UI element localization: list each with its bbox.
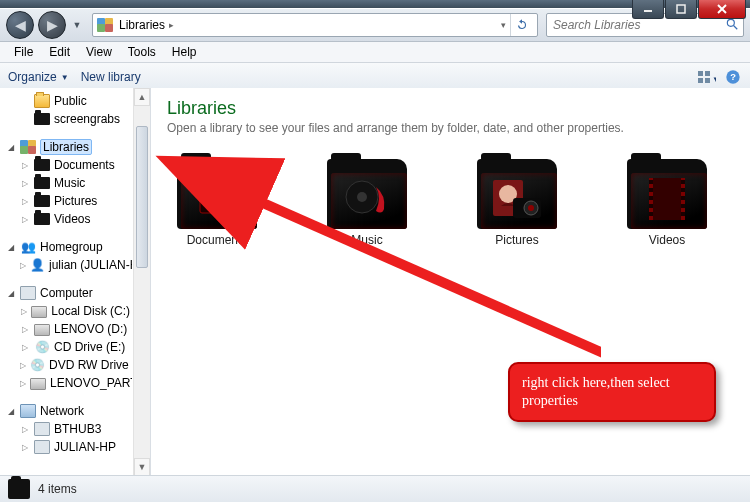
tree-drive-e[interactable]: 💿CD Drive (E:) <box>18 338 132 356</box>
maximize-button[interactable] <box>665 0 697 19</box>
documents-library-icon <box>177 159 257 229</box>
search-input[interactable] <box>551 17 725 33</box>
computer-icon <box>20 285 36 301</box>
svg-rect-24 <box>653 178 681 220</box>
refresh-button[interactable] <box>510 14 533 36</box>
library-videos[interactable]: Videos <box>617 159 717 247</box>
page-subtitle: Open a library to see your files and arr… <box>167 121 734 135</box>
body: Public screengrabs Libraries Documents M… <box>0 88 750 476</box>
address-dropdown[interactable]: ▾ <box>501 20 506 30</box>
folder-icon <box>34 157 50 173</box>
library-music[interactable]: Music <box>317 159 417 247</box>
breadcrumb[interactable]: Libraries ▸ <box>117 14 180 36</box>
folder-icon <box>34 175 50 191</box>
svg-rect-6 <box>698 71 703 76</box>
folder-icon <box>34 193 50 209</box>
address-bar[interactable]: Libraries ▸ ▾ <box>92 13 538 37</box>
libraries-icon <box>20 139 36 155</box>
menu-edit[interactable]: Edit <box>41 43 78 61</box>
library-label: Music <box>351 233 382 247</box>
explorer-window: ◀ ▶ ▼ Libraries ▸ ▾ File Edit View Tools <box>0 0 750 502</box>
folder-icon <box>34 93 50 109</box>
svg-rect-30 <box>649 204 653 208</box>
menu-view[interactable]: View <box>78 43 120 61</box>
tree-screengrabs[interactable]: screengrabs <box>18 110 132 128</box>
svg-rect-33 <box>681 188 685 192</box>
close-button[interactable] <box>698 0 746 19</box>
drive-icon <box>31 303 47 319</box>
tree-homegroup[interactable]: 👥Homegroup <box>4 238 132 256</box>
tree-videos[interactable]: Videos <box>18 210 132 228</box>
crumb-libraries[interactable]: Libraries <box>119 18 165 32</box>
scroll-up-button[interactable]: ▲ <box>134 88 150 106</box>
svg-rect-34 <box>681 196 685 200</box>
folder-icon <box>34 111 50 127</box>
svg-rect-1 <box>677 5 685 13</box>
minimize-button[interactable] <box>632 0 664 19</box>
new-library-label: New library <box>81 70 141 84</box>
tree-documents[interactable]: Documents <box>18 156 132 174</box>
library-pictures[interactable]: Pictures <box>467 159 567 247</box>
scroll-track[interactable] <box>134 106 150 458</box>
svg-rect-31 <box>649 212 653 216</box>
tree-music[interactable]: Music <box>18 174 132 192</box>
svg-text:?: ? <box>730 72 736 82</box>
status-item-count: 4 items <box>38 482 77 496</box>
svg-rect-28 <box>649 188 653 192</box>
tree-public[interactable]: Public <box>18 92 132 110</box>
help-button[interactable]: ? <box>724 68 742 86</box>
tree-bthub[interactable]: BTHUB3 <box>18 420 132 438</box>
music-library-icon <box>327 159 407 229</box>
svg-point-4 <box>727 19 734 26</box>
tree-drive-d[interactable]: LENOVO (D:) <box>18 320 132 338</box>
tree-drive-o[interactable]: LENOVO_PART (O:) <box>18 374 132 392</box>
svg-rect-27 <box>649 180 653 184</box>
tree-drive-f[interactable]: 💿DVD RW Drive (F:) 09 : <box>18 356 132 374</box>
chevron-right-icon[interactable]: ▸ <box>169 20 174 30</box>
network-icon <box>20 403 36 419</box>
user-icon: 👤 <box>30 257 45 273</box>
tree-computer[interactable]: Computer <box>4 284 132 302</box>
nav-history-dropdown[interactable]: ▼ <box>70 20 84 30</box>
videos-library-icon <box>627 159 707 229</box>
organize-button[interactable]: Organize ▼ <box>8 70 69 84</box>
annotation-text: right click here,then select properties <box>522 375 670 408</box>
tree-libraries[interactable]: Libraries <box>4 138 132 156</box>
library-label: Pictures <box>495 233 538 247</box>
svg-rect-35 <box>681 204 685 208</box>
new-library-button[interactable]: New library <box>81 70 141 84</box>
status-bar: 4 items <box>0 475 750 502</box>
tree-julianhp[interactable]: JULIAN-HP <box>18 438 132 456</box>
tree-pictures[interactable]: Pictures <box>18 192 132 210</box>
svg-rect-29 <box>649 196 653 200</box>
view-button[interactable]: ▼ <box>698 68 716 86</box>
disc-icon: 💿 <box>34 339 50 355</box>
page-title: Libraries <box>167 98 734 119</box>
svg-line-5 <box>734 25 738 29</box>
library-items: Documents Music Pictures <box>167 159 734 247</box>
svg-rect-7 <box>705 71 710 76</box>
menu-tools[interactable]: Tools <box>120 43 164 61</box>
tree-drive-c[interactable]: Local Disk (C:) <box>18 302 132 320</box>
scroll-thumb[interactable] <box>136 126 148 268</box>
menubar: File Edit View Tools Help <box>0 42 750 63</box>
nav-tree: Public screengrabs Libraries Documents M… <box>0 88 151 476</box>
content-pane: Libraries Open a library to see your fil… <box>151 88 750 476</box>
svg-rect-36 <box>681 212 685 216</box>
tree-julian[interactable]: 👤julian (JULIAN-HP) <box>18 256 132 274</box>
scroll-down-button[interactable]: ▼ <box>134 458 150 476</box>
menu-file[interactable]: File <box>6 43 41 61</box>
computer-icon <box>34 439 50 455</box>
menu-help[interactable]: Help <box>164 43 205 61</box>
forward-button[interactable]: ▶ <box>38 11 66 39</box>
library-label: Videos <box>649 233 685 247</box>
back-button[interactable]: ◀ <box>6 11 34 39</box>
library-documents[interactable]: Documents <box>167 159 267 247</box>
drive-icon <box>30 375 46 391</box>
refresh-icon <box>515 18 529 32</box>
library-label: Documents <box>187 233 248 247</box>
folder-icon <box>8 479 30 499</box>
sidebar-scrollbar[interactable]: ▲ ▼ <box>133 88 150 476</box>
pictures-library-icon <box>477 159 557 229</box>
tree-network[interactable]: Network <box>4 402 132 420</box>
